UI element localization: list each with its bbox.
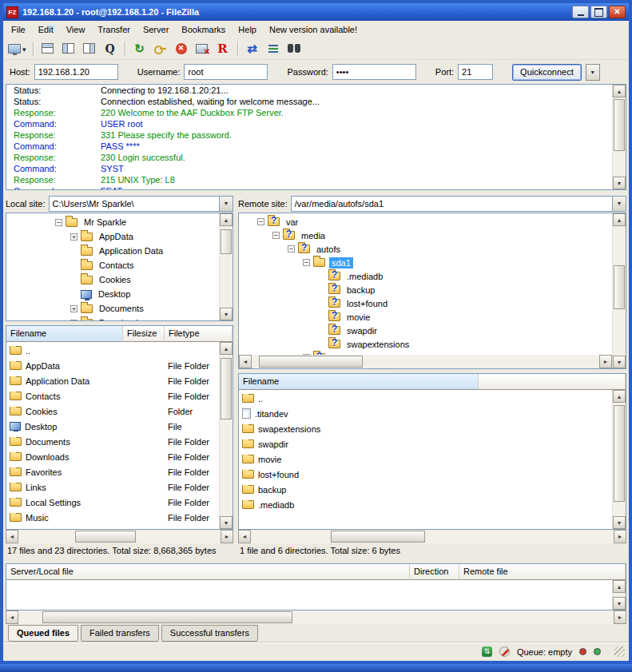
collapse-icon[interactable] [303, 259, 310, 266]
close-button[interactable] [609, 6, 626, 18]
menu-server[interactable]: Server [137, 22, 175, 37]
scroll-down-button[interactable] [220, 516, 233, 529]
menu-file[interactable]: File [5, 22, 32, 37]
toggle-remote-tree-button[interactable] [80, 40, 99, 58]
scrollbar-thumb[interactable] [614, 99, 625, 151]
scrollbar-thumb[interactable] [221, 229, 232, 254]
file-row[interactable]: .titandev [239, 406, 612, 421]
tree-item[interactable]: Contacts [6, 258, 219, 272]
local-site-combobox[interactable]: C:\Users\Mr Sparkle\ [49, 196, 233, 212]
scroll-up-button[interactable] [613, 390, 626, 403]
toggle-message-log-button[interactable] [38, 40, 58, 58]
file-row[interactable]: FavoritesFile Folder [6, 464, 219, 479]
find-files-button[interactable] [284, 40, 304, 58]
process-queue-button[interactable] [151, 40, 170, 58]
scroll-left-button[interactable] [6, 530, 18, 543]
scroll-up-button[interactable] [613, 85, 626, 97]
scroll-up-button[interactable] [220, 342, 233, 355]
column-header-filename[interactable]: Filename [239, 374, 479, 390]
file-row[interactable]: CookiesFolder [6, 404, 219, 419]
scrollbar-thumb[interactable] [614, 265, 625, 309]
tree-item[interactable]: autofs [239, 242, 612, 256]
collapse-icon[interactable] [257, 218, 264, 225]
scrollbar-track[interactable] [613, 226, 626, 356]
collapse-icon[interactable] [55, 219, 62, 226]
cancel-button[interactable] [172, 40, 191, 58]
file-row[interactable]: ContactsFile Folder [6, 388, 219, 404]
file-row[interactable]: movie [239, 451, 612, 467]
scroll-down-button[interactable] [220, 308, 233, 320]
column-header-remote-file[interactable]: Remote file [459, 564, 626, 580]
scroll-down-button[interactable] [613, 177, 626, 189]
transfer-queue-list[interactable] [6, 580, 626, 610]
tree-item[interactable]: Documents [6, 301, 219, 316]
remote-tree-horizontal-scrollbar[interactable] [239, 355, 612, 368]
remote-list-vertical-scrollbar[interactable] [612, 390, 626, 529]
scroll-right-button[interactable] [599, 355, 612, 368]
local-tree-vertical-scrollbar[interactable] [219, 213, 233, 320]
speed-limits-icon[interactable] [499, 646, 510, 657]
password-input[interactable] [332, 64, 416, 80]
file-row[interactable]: .. [239, 391, 612, 406]
file-row[interactable]: swapextensions [239, 421, 612, 436]
file-row[interactable]: DesktopFile [6, 419, 219, 434]
resize-grip[interactable] [614, 646, 625, 657]
disconnect-button[interactable] [193, 40, 212, 58]
tree-item[interactable]: Mr Sparkle [6, 215, 219, 229]
expand-icon[interactable] [70, 233, 78, 241]
site-manager-button[interactable] [6, 40, 28, 58]
site-manager-dropdown-icon[interactable] [21, 44, 26, 54]
datatype-icon[interactable] [482, 646, 492, 657]
scroll-left-button[interactable] [6, 610, 18, 624]
expand-icon[interactable] [70, 305, 78, 312]
file-row[interactable]: Application DataFile Folder [6, 373, 219, 388]
file-row[interactable]: lost+found [239, 467, 612, 482]
scrollbar-thumb[interactable] [75, 531, 136, 543]
directory-comparison-button[interactable] [243, 40, 262, 58]
toggle-local-tree-button[interactable] [59, 40, 78, 58]
scroll-down-button[interactable] [613, 516, 626, 529]
column-header-filesize[interactable]: Filesize [123, 326, 165, 342]
tree-item[interactable]: AppData [6, 229, 219, 244]
scrollbar-thumb[interactable] [221, 358, 232, 420]
menu-transfer[interactable]: Transfer [91, 22, 137, 37]
scroll-left-button[interactable] [238, 530, 251, 543]
scroll-right-button[interactable] [614, 530, 626, 543]
scrollbar-track[interactable] [220, 226, 233, 308]
scroll-up-button[interactable] [613, 580, 626, 593]
scrollbar-thumb[interactable] [331, 531, 425, 543]
file-row[interactable]: DownloadsFile Folder [6, 449, 219, 464]
username-input[interactable] [184, 64, 268, 80]
menu-new-version[interactable]: New version available! [263, 22, 364, 37]
combo-dropdown-icon[interactable] [612, 197, 626, 211]
column-header-filename[interactable]: Filename [6, 326, 123, 342]
file-row[interactable]: backup [239, 482, 612, 497]
tree-item[interactable]: Downloads [6, 316, 219, 320]
tree-item[interactable]: Desktop [6, 287, 219, 301]
scrollbar-track[interactable] [613, 97, 626, 177]
toggle-queue-button[interactable] [101, 40, 120, 58]
scrollbar-track[interactable] [18, 610, 614, 624]
scrollbar-track[interactable] [220, 355, 233, 516]
remote-list-horizontal-scrollbar[interactable] [238, 530, 626, 543]
tab-failed-transfers[interactable]: Failed transfers [81, 625, 159, 642]
scrollbar-track[interactable] [18, 530, 221, 543]
port-input[interactable] [458, 64, 493, 80]
queue-horizontal-scrollbar[interactable] [6, 610, 626, 624]
scrollbar-track[interactable] [252, 355, 599, 368]
synchronized-browsing-button[interactable] [264, 40, 283, 58]
scrollbar-thumb[interactable] [42, 611, 292, 623]
refresh-button[interactable] [130, 40, 149, 58]
column-header-filetype[interactable]: Filetype [165, 326, 233, 342]
scrollbar-track[interactable] [613, 403, 626, 516]
tree-item[interactable]: swapdir [239, 324, 612, 337]
file-row[interactable]: swapdir [239, 436, 612, 451]
scrollbar-thumb[interactable] [259, 356, 364, 368]
tree-item[interactable]: movie [239, 310, 612, 324]
reconnect-button[interactable] [213, 40, 233, 58]
scrollbar-track[interactable] [251, 530, 614, 543]
file-row[interactable]: Local SettingsFile Folder [6, 495, 219, 510]
remote-site-combobox[interactable]: /var/media/autofs/sda1 [291, 196, 626, 212]
local-list-horizontal-scrollbar[interactable] [6, 530, 233, 543]
queue-vertical-scrollbar[interactable] [612, 580, 626, 610]
